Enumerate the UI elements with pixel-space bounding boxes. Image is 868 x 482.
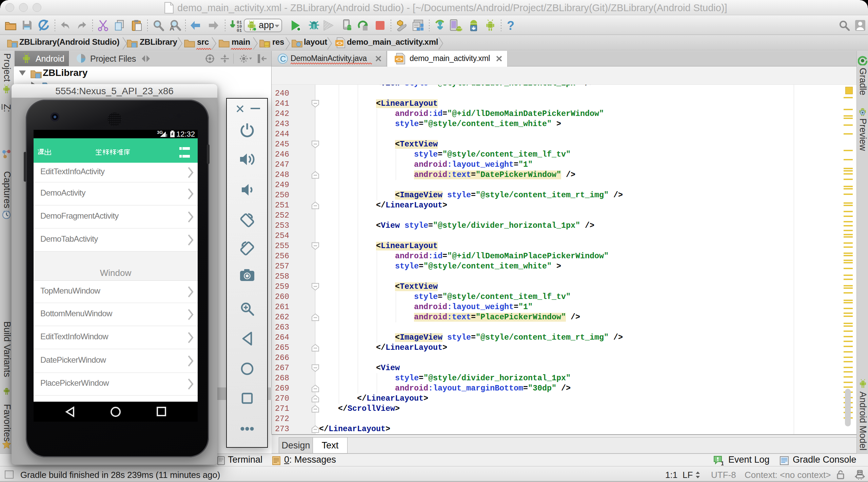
svg-text:1: 1: [721, 460, 724, 466]
svg-text:<>: <>: [336, 41, 343, 47]
svg-text:01: 01: [237, 28, 242, 32]
svg-text:C: C: [280, 54, 286, 63]
svg-text:A: A: [170, 24, 174, 31]
svg-text:<>: <>: [396, 56, 402, 63]
